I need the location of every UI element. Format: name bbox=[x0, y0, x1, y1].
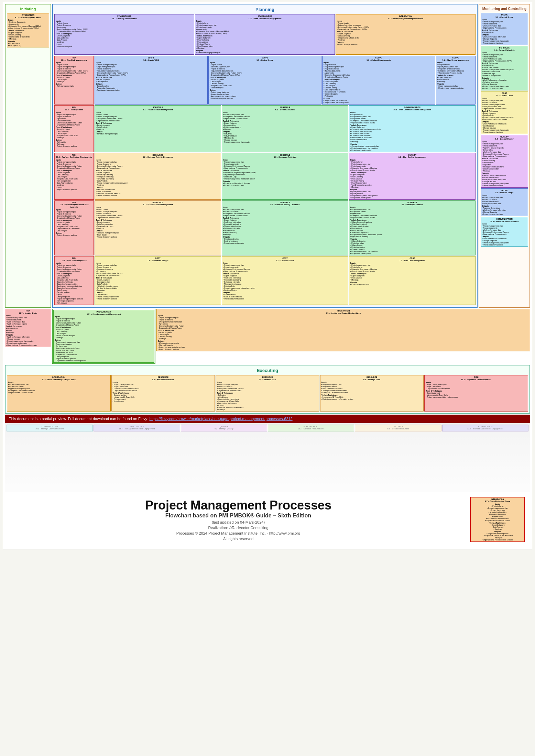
p8-3-tools: • Data Gathering• Data Analysis• Inspect… bbox=[482, 160, 527, 172]
process-5-5-title: SCOPE5.5 – Validate Scope bbox=[482, 189, 527, 194]
p10-1-tools: • Expert Judgment• Communication require… bbox=[350, 126, 474, 143]
realization: Realization: ©RadVector Consulting bbox=[10, 526, 467, 530]
p9-4-tools: • Colocation• Virtual teams• Communicati… bbox=[217, 394, 318, 410]
process-11-3-title: RISK11.3 – Identify Risks bbox=[56, 106, 92, 111]
p5-3-tools: • Expert Judgment• Data Analysis• Decisi… bbox=[210, 78, 320, 89]
process-5-2-title: SCOPE5.2 – Collect Requirements bbox=[324, 57, 434, 61]
p8-3-inputs: • Project management plan• Project docum… bbox=[482, 143, 527, 157]
p4-3-inputs: • Project management plan• Project docum… bbox=[8, 383, 109, 394]
p11-1-outputs: • Risk management plan bbox=[56, 85, 92, 87]
main-title: Project Management Processes bbox=[10, 498, 467, 513]
process-7-3: COST7.3 – Determine Budget Inputs • Proj… bbox=[95, 256, 221, 305]
p9-1-outputs: • Resource management plan• Team charter… bbox=[96, 232, 220, 238]
p10-1-outputs: • Communications management plan• Projec… bbox=[350, 145, 474, 151]
process-6-3: SCHEDULE6.3 – Sequence Activities Inputs… bbox=[222, 153, 348, 200]
p13-2-outputs: • Stakeholder engagement plan bbox=[196, 52, 334, 54]
p6-1-inputs: • Project charter• Project management pl… bbox=[96, 113, 220, 122]
process-7-4-title: COST7.4 – Control Costs bbox=[482, 92, 527, 97]
p7-4-inputs: • Project management plan• Project docum… bbox=[482, 99, 527, 110]
p5-5-inputs: • Project management plan• Project docum… bbox=[482, 196, 527, 205]
process-9-3: RESOURCE9.3 – Acquire Resources Inputs •… bbox=[111, 375, 215, 411]
process-7-3-title: COST7.3 – Determine Budget bbox=[96, 257, 220, 262]
preview-link[interactable]: https://flevy.com/browse/marketplace/one… bbox=[149, 417, 292, 421]
process-11-5-title: RISK11.5 – Plan Risk Responses bbox=[56, 257, 92, 262]
blur-overlay bbox=[5, 423, 530, 492]
process-4-5-title: INTEGRATION4.5 – Monitor and Control Pro… bbox=[158, 310, 529, 314]
p6-4-inputs: • Project management plan• Project docum… bbox=[223, 208, 347, 217]
process-4-1-outputs: • Project charter• Assumption log bbox=[8, 42, 48, 46]
p10-3-outputs: • Work Performance Information• Change R… bbox=[482, 238, 527, 246]
p4-7-inputs: • Project charter• Project management pl… bbox=[472, 505, 523, 522]
p11-4-tools: • Expert Judgment• Data Gathering• Inter… bbox=[56, 221, 92, 232]
p11-3-outputs: • Risk register• Risk report• Project do… bbox=[56, 141, 92, 147]
preview-full-text: Full document download can be found on F… bbox=[68, 417, 149, 421]
monitoring-title: Monitoring and Controlling bbox=[481, 6, 528, 12]
process-6-2: SCHEDULE6.2 – Define Activities Inputs •… bbox=[222, 105, 348, 152]
process-5-4-title: SCOPE5.4 – Create WBS bbox=[96, 57, 206, 61]
p7-4-outputs: • Work Performance information• Cost for… bbox=[482, 123, 527, 133]
process-6-1-title: SCHEDULE6.1 – Plan Schedule Management bbox=[96, 106, 220, 111]
p11-3b-outputs: • Project document updates bbox=[56, 188, 92, 190]
p6-5-inputs: • Project management plan• Project docum… bbox=[350, 208, 474, 219]
process-6-4: SCHEDULE6.4 – Estimate Activity Duration… bbox=[222, 200, 348, 255]
p11-5-tools: • Expert Judgment• Data Gathering• Inter… bbox=[56, 275, 92, 293]
p9-2-outputs: • Resource requirements• Basis of estima… bbox=[96, 188, 220, 197]
p6-5-tools: • Schedule network analysis• Critical pa… bbox=[350, 221, 474, 238]
p9-1-tools: • Expert Judgment• Data Representation• … bbox=[96, 221, 220, 229]
process-13-2: STAKEHOLDER13.2 – Plan Stakeholder Engag… bbox=[195, 14, 335, 55]
process-4-7: INTEGRATION4.7 – Close Project or Phase … bbox=[470, 497, 525, 542]
initiating-section: Initiating INTEGRATION4.1 – Develop Proj… bbox=[5, 4, 51, 308]
process-5-6: SCOPE5.6 – Control Scope Inputs • Projec… bbox=[481, 13, 528, 45]
p9-3-tools: • Decision Making• Interpersonal & Team … bbox=[113, 394, 214, 402]
process-4-1-title: INTEGRATION4.1 – Develop Project Charter bbox=[8, 14, 48, 19]
p7-1-outputs: • Cost management plan bbox=[350, 283, 474, 285]
integration-monitor: INTEGRATION4.5 – Monitor and Control Pro… bbox=[156, 309, 530, 364]
process-11-3: RISK11.3 – Identify Risks Inputs • Proje… bbox=[54, 105, 94, 152]
p12-1-inputs: • Project management plan• Project docum… bbox=[55, 318, 153, 326]
p11-1-inputs: • Project charter• Project management pl… bbox=[56, 64, 92, 74]
p5-6-inputs: • Project management plan• Project docum… bbox=[482, 21, 527, 29]
p5-6-tools: • Data Analysis bbox=[482, 31, 527, 33]
p7-3-tools: • Expert Judgment• Cost aggregation• Dat… bbox=[96, 279, 220, 291]
p13-2-inputs: • Project charter• Project management pl… bbox=[196, 22, 334, 34]
process-9-4: RESOURCE9.4 – Develop Team Inputs • Proj… bbox=[216, 375, 319, 411]
executing-title: Executing bbox=[7, 367, 528, 374]
process-4-2: INTEGRATION4.2 – Develop Project Managem… bbox=[336, 14, 476, 55]
p13-2-tools: • Expert Judgment• Data Gathering• Data … bbox=[196, 37, 334, 49]
p5-1-outputs: • Scope management plan• Requirements ma… bbox=[437, 85, 474, 89]
process-11-4: RISK11.4 – Perform Quantitative Risk Ana… bbox=[54, 200, 94, 255]
executing-section: Executing INTEGRATION4.3 – Direct and Ma… bbox=[5, 365, 530, 413]
p4-2-outputs: • Project Management Plan bbox=[337, 43, 474, 45]
blurred-preview: COMMUNICATION10.2 – Manage Communication… bbox=[5, 423, 530, 492]
monitoring-section: Monitoring and Controlling SCOPE5.6 – Co… bbox=[479, 4, 530, 308]
p4-5-tools: • Expert Judgment• Data Analysis• Decisi… bbox=[158, 331, 529, 340]
process-4-1-tools: • Expert Judgment• Data Gathering• Inter… bbox=[8, 32, 48, 40]
process-13-2-title: STAKEHOLDER13.2 – Plan Stakeholder Engag… bbox=[196, 15, 334, 20]
p6-3-outputs: • Project schedule network diagram• Proj… bbox=[223, 182, 347, 186]
process-4-5: INTEGRATION4.5 – Monitor and Control Pro… bbox=[156, 309, 530, 351]
p4-5-inputs: • Project management plan• Project docum… bbox=[158, 317, 529, 329]
p7-2-inputs: • Project management plan• Project docum… bbox=[223, 264, 347, 272]
process-4-3-title: INTEGRATION4.3 – Direct and Manage Proje… bbox=[8, 376, 109, 381]
p8-1-tools: • Expert Judgment• Data Gathering• Data … bbox=[350, 174, 474, 188]
p11-3b-inputs: • Project management plan• Project docum… bbox=[56, 161, 92, 169]
p9-5-inputs: • Project management plan• Project docum… bbox=[321, 383, 423, 394]
sub-title: Flowchart based on PMI PMBOK® Guide – Si… bbox=[10, 513, 467, 519]
process-6-6: SCHEDULE6.5 – Control Schedule Inputs • … bbox=[481, 46, 528, 90]
process-6-5-title: SCHEDULE6.5 – Develop Schedule bbox=[350, 201, 474, 206]
p7-1-tools: • Expert Judgment• Data Analysis• Meetin… bbox=[350, 275, 474, 281]
process-5-1: SCOPE5.1 – Plan Scope Management Inputs … bbox=[436, 56, 476, 105]
planning-section: Planning STAKEHOLDER13.1 – Identify Stak… bbox=[52, 4, 478, 308]
process-11-4-title: RISK11.4 – Perform Quantitative Risk Ana… bbox=[56, 201, 92, 208]
p7-1-inputs: • Project management plan• Project chart… bbox=[350, 264, 474, 272]
planning-title: Planning bbox=[54, 6, 476, 13]
process-6-6-title: SCHEDULE6.5 – Control Schedule bbox=[482, 47, 527, 51]
process-13-1-title: STAKEHOLDER13.1 – Identify Stakeholders bbox=[56, 15, 193, 20]
p6-2-inputs: • Project management plan• Enterprise En… bbox=[223, 113, 347, 120]
process-5-3-title: SCOPE5.3 – Define Scope bbox=[210, 57, 320, 61]
process-6-3-title: SCHEDULE6.3 – Sequence Activities bbox=[223, 154, 347, 158]
process-4-7-title: INTEGRATION4.7 – Close Project or Phase bbox=[472, 498, 523, 503]
p13-1-tools: • Expert Judgment• Data Gathering• Data … bbox=[56, 35, 193, 43]
p5-1-inputs: • Project charter• Quality management pl… bbox=[437, 64, 474, 74]
risk-left-column: RISK11.7 – Monitor Risks Inputs • Projec… bbox=[5, 309, 51, 364]
